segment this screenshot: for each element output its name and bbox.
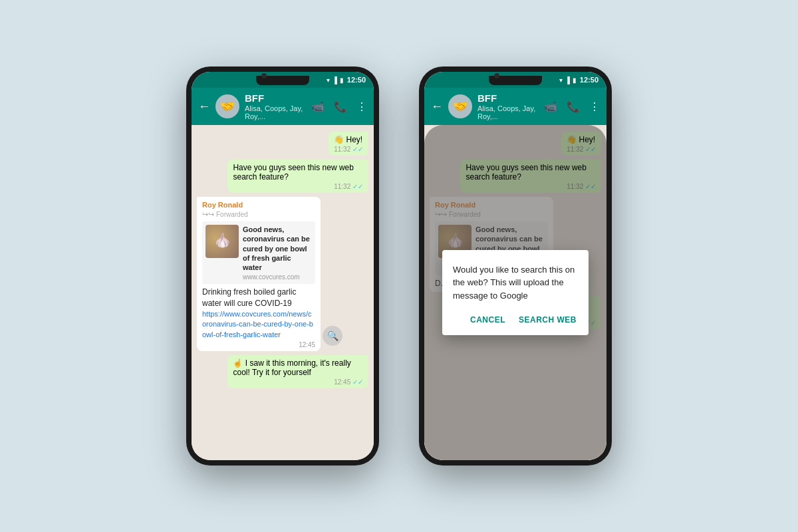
avatar-left: 🤝 xyxy=(215,94,239,118)
header-info-right: BFF Alisa, Coops, Jay, Roy,... xyxy=(477,92,539,120)
chat-subtitle-left: Alisa, Coops, Jay, Roy,... xyxy=(245,104,306,120)
wifi-icon-right: ▾ xyxy=(559,76,563,84)
garlic-thumb-left: 🧄 xyxy=(205,225,239,258)
signal-icon-left: ▐ xyxy=(332,76,337,84)
chat-bg-left: 👋 Hey! 11:32 ✓✓ Have you guys seen this … xyxy=(192,125,374,460)
msg-forwarded-time-left: 12:45 xyxy=(202,341,315,348)
status-icons-left: ▾ ▐ ▮ xyxy=(327,76,344,84)
msg-hey-bubble-left: 👋 Hey! 11:32 ✓✓ xyxy=(329,132,368,156)
phone-camera xyxy=(261,73,267,78)
search-icon-bubble-left[interactable]: 🔍 xyxy=(323,326,342,346)
phone-icon-right[interactable]: 📞 xyxy=(567,100,580,113)
msg-websearch-text-left: Have you guys seen this new web search f… xyxy=(233,163,353,182)
phone-icon-left[interactable]: 📞 xyxy=(334,100,347,113)
video-icon-left[interactable]: 📹 xyxy=(311,100,325,113)
chat-subtitle-right: Alisa, Coops, Jay, Roy,... xyxy=(477,104,539,120)
phone-right: ▾ ▐ ▮ 12:50 ← 🤝 BFF Alisa, Coops, Jay, R… xyxy=(419,66,612,466)
video-icon-right[interactable]: 📹 xyxy=(544,100,557,113)
dialog-overlay: Would you like to search this on the web… xyxy=(424,125,606,460)
chat-title-right: BFF xyxy=(477,92,539,104)
header-actions-left: 📹 📞 ⋮ xyxy=(311,100,367,113)
msg-forwarded-left: Roy Ronald ↪↪ Forwarded 🧄 Good news, cor… xyxy=(197,197,348,351)
dialog-text: Would you like to search this on the web… xyxy=(453,263,578,303)
forwarded-label-left: ↪↪ Forwarded xyxy=(202,210,315,219)
back-button-right[interactable]: ← xyxy=(431,100,443,114)
phone-left: ▾ ▐ ▮ 12:50 ← 🤝 BFF Alisa, Coops, Jay, R… xyxy=(186,66,379,466)
phone-left-screen: ▾ ▐ ▮ 12:50 ← 🤝 BFF Alisa, Coops, Jay, R… xyxy=(192,72,374,460)
msg-hey-left: 👋 Hey! 11:32 ✓✓ xyxy=(197,132,368,156)
phone-right-screen: ▾ ▐ ▮ 12:50 ← 🤝 BFF Alisa, Coops, Jay, R… xyxy=(424,72,606,460)
header-info-left: BFF Alisa, Coops, Jay, Roy,... xyxy=(245,92,306,120)
back-button-left[interactable]: ← xyxy=(198,100,210,114)
msg-websearch-time-left: 11:32 ✓✓ xyxy=(233,183,363,190)
whatsapp-header-left: ← 🤝 BFF Alisa, Coops, Jay, Roy,... 📹 📞 ⋮ xyxy=(192,88,374,125)
cancel-button[interactable]: CANCEL xyxy=(469,313,507,327)
msg-last-left: ☝ I saw it this morning, it's really coo… xyxy=(197,355,368,388)
status-time-right: 12:50 xyxy=(580,76,598,84)
chat-bg-right: 👋 Hey! 11:32 ✓✓ Have you guys seen this … xyxy=(424,125,606,460)
link-preview-left: 🧄 Good news, coronavirus can be cured by… xyxy=(202,221,315,284)
msg-last-time-left: 12:45 ✓✓ xyxy=(233,378,363,386)
msg-last-bubble-left: ☝ I saw it this morning, it's really coo… xyxy=(227,355,368,388)
body-text-left: Drinking fresh boiled garlic water will … xyxy=(202,287,315,309)
signal-icon-right: ▐ xyxy=(565,76,570,84)
msg-link-left[interactable]: https://www.covcures.com/news/coronaviru… xyxy=(202,309,315,340)
msg-hey-time-left: 11:32 ✓✓ xyxy=(334,146,363,153)
msg-hey-text-left: 👋 Hey! xyxy=(334,135,362,144)
link-domain-left: www.covcures.com xyxy=(243,273,312,281)
battery-icon-left: ▮ xyxy=(340,76,344,84)
phone-camera-right xyxy=(494,73,499,78)
link-title-left: Good news, coronavirus can be cured by o… xyxy=(243,225,312,272)
status-time-left: 12:50 xyxy=(347,76,366,84)
msg-last-text-left: ☝ I saw it this morning, it's really coo… xyxy=(233,358,350,377)
msg-websearch-bubble-left: Have you guys seen this new web search f… xyxy=(227,160,368,193)
more-icon-left[interactable]: ⋮ xyxy=(356,100,367,113)
phones-container: ▾ ▐ ▮ 12:50 ← 🤝 BFF Alisa, Coops, Jay, R… xyxy=(186,66,612,466)
search-web-button[interactable]: SEARCH WEB xyxy=(517,313,578,327)
whatsapp-header-right: ← 🤝 BFF Alisa, Coops, Jay, Roy,... 📹 📞 ⋮ xyxy=(424,88,606,125)
chat-title-left: BFF xyxy=(245,92,306,104)
forwarded-bubble-left: Roy Ronald ↪↪ Forwarded 🧄 Good news, cor… xyxy=(197,197,321,351)
msg-websearch-left: Have you guys seen this new web search f… xyxy=(197,160,368,193)
header-actions-right: 📹 📞 ⋮ xyxy=(544,100,600,113)
wifi-icon-left: ▾ xyxy=(327,76,330,84)
avatar-right: 🤝 xyxy=(448,94,472,118)
more-icon-right[interactable]: ⋮ xyxy=(589,100,600,113)
link-text-left: Good news, coronavirus can be cured by o… xyxy=(243,225,312,281)
search-dialog: Would you like to search this on the web… xyxy=(442,250,589,336)
msg-sender-left: Roy Ronald xyxy=(202,201,315,209)
status-icons-right: ▾ ▐ ▮ xyxy=(559,76,577,84)
dialog-buttons: CANCEL SEARCH WEB xyxy=(453,313,578,327)
battery-icon-right: ▮ xyxy=(573,76,577,84)
